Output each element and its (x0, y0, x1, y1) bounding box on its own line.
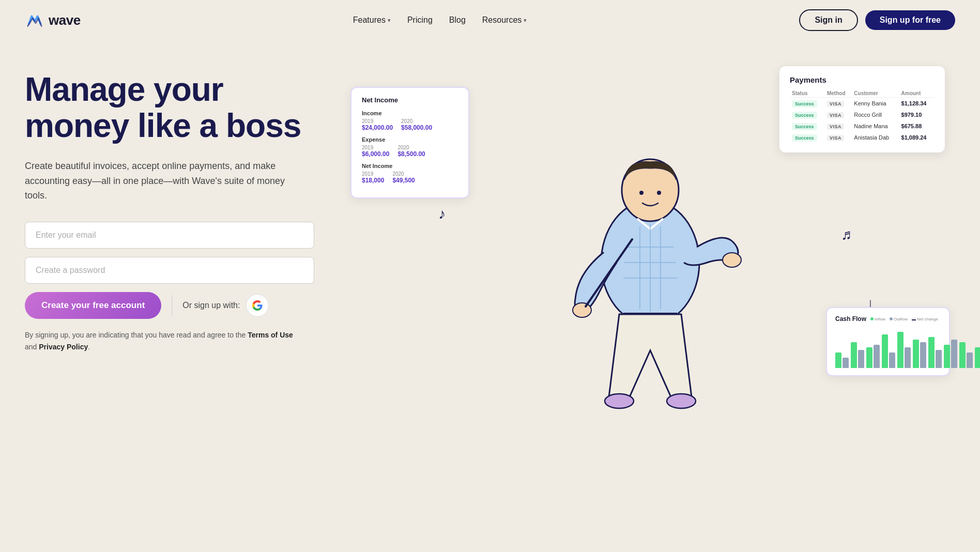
svg-point-14 (667, 394, 696, 408)
table-row: Success VISA Anistasia Dab $1,089.24 (790, 132, 935, 143)
income-section-net: Net Income 2019 $18,000 2020 $49,500 (362, 163, 458, 184)
navbar: wave Features ▾ Pricing Blog Resources ▾… (0, 0, 980, 40)
hero-left: Manage your money like a boss Create bea… (25, 61, 325, 352)
hero-right: Net Income Income 2019 $24,000.00 2020 $… (345, 56, 955, 459)
nav-resources[interactable]: Resources ▾ (482, 16, 527, 25)
payments-table: Status Method Customer Amount Success VI… (790, 89, 935, 143)
nav-blog[interactable]: Blog (449, 16, 466, 25)
svg-point-3 (657, 191, 661, 195)
chevron-down-icon: ▾ (524, 17, 527, 24)
privacy-policy-link[interactable]: Privacy Policy (39, 343, 88, 351)
nav-actions: Sign in Sign up for free (799, 9, 955, 31)
music-note-icon: ♪ (438, 206, 446, 222)
payments-card-title: Payments (790, 75, 935, 84)
cashflow-card: Cash Flow Inflow Outflow Net change (826, 307, 950, 376)
email-input[interactable] (25, 222, 314, 249)
nav-features[interactable]: Features ▾ (353, 16, 391, 25)
illustration-person (547, 108, 754, 459)
google-icon (252, 300, 263, 311)
nav-links: Features ▾ Pricing Blog Resources ▾ (353, 16, 527, 25)
hero-subtext: Create beautiful invoices, accept online… (25, 159, 294, 203)
password-form-group (25, 257, 325, 284)
create-account-button[interactable]: Create your free account (25, 292, 161, 319)
hero-headline: Manage your money like a boss (25, 71, 325, 144)
cashflow-title: Cash Flow (835, 315, 866, 323)
table-row: Success VISA Nadine Mana $675.88 (790, 120, 935, 132)
cashflow-chart (835, 327, 941, 368)
svg-point-11 (723, 253, 741, 267)
svg-point-2 (639, 191, 644, 195)
income-section-income: Income 2019 $24,000.00 2020 $58,000.00 (362, 110, 458, 131)
svg-point-13 (605, 394, 634, 408)
logo[interactable]: wave (25, 10, 81, 30)
form-actions: Create your free account Or sign up with… (25, 292, 325, 319)
or-signup-label: Or sign up with: (182, 301, 240, 310)
chevron-down-icon: ▾ (388, 17, 391, 24)
cashflow-legend: Inflow Outflow Net change (870, 317, 938, 321)
hero-section: Manage your money like a boss Create bea… (0, 40, 980, 551)
nav-pricing[interactable]: Pricing (407, 16, 433, 25)
terms-text: By signing up, you are indicating that y… (25, 329, 294, 352)
income-section-expense: Expense 2019 $6,000.00 2020 $8,500.00 (362, 136, 458, 158)
svg-point-10 (573, 303, 591, 317)
table-row: Success VISA Rocco Grill $979.10 (790, 109, 935, 120)
password-input[interactable] (25, 257, 314, 284)
signin-button[interactable]: Sign in (799, 9, 858, 31)
divider (172, 295, 172, 316)
income-card-title: Net Income (362, 96, 458, 104)
payments-card: Payments Status Method Customer Amount S… (779, 66, 945, 152)
net-income-card: Net Income Income 2019 $24,000.00 2020 $… (350, 87, 469, 198)
table-row: Success VISA Kenny Bania $1,128.34 (790, 98, 935, 110)
terms-of-use-link[interactable]: Terms of Use (248, 331, 293, 339)
google-signin-button[interactable] (246, 294, 269, 317)
signup-button[interactable]: Sign up for free (865, 10, 955, 30)
email-form-group (25, 222, 325, 249)
music-note-icon: ♬ (841, 226, 852, 243)
logo-icon (25, 10, 44, 30)
brand-name: wave (49, 12, 81, 28)
